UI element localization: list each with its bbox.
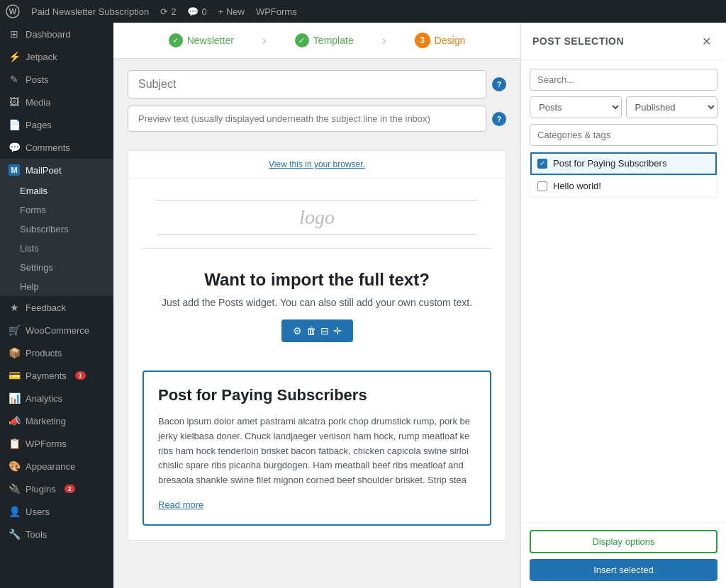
template-label: Template bbox=[313, 35, 354, 46]
sidebar-item-jetpack[interactable]: ⚡ Jetpack bbox=[0, 45, 113, 68]
step-template[interactable]: ✓ Template bbox=[295, 33, 354, 47]
admin-bar: W Paid Newsletter Subscription ⟳ 2 💬 0 +… bbox=[0, 0, 726, 23]
step-design[interactable]: 3 Design bbox=[415, 33, 466, 48]
sidebar-item-dashboard[interactable]: ⊞ Dashboard bbox=[0, 23, 113, 45]
new-link[interactable]: + New bbox=[218, 6, 245, 17]
sidebar-item-payments[interactable]: 💳 Payments 1 bbox=[0, 364, 113, 387]
post-item-label-2: Hello world! bbox=[553, 181, 601, 191]
wpforms-nav-icon: 📋 bbox=[9, 438, 20, 449]
import-title: Want to import the full text? bbox=[143, 270, 491, 290]
categories-input[interactable] bbox=[530, 124, 717, 146]
step-divider-1: › bbox=[262, 33, 267, 48]
plugins-badge: 2 bbox=[65, 485, 75, 493]
post-list-item[interactable]: Hello world! bbox=[530, 175, 717, 197]
users-icon: 👤 bbox=[9, 506, 20, 517]
sidebar-item-feedback[interactable]: ★ Feedback bbox=[0, 296, 113, 319]
editor-panel: ✓ Newsletter › ✓ Template › 3 Design bbox=[113, 23, 520, 588]
sidebar-item-plugins[interactable]: 🔌 Plugins 2 bbox=[0, 477, 113, 500]
preview-text-row: ? bbox=[128, 106, 506, 132]
sidebar-item-marketing[interactable]: 📣 Marketing bbox=[0, 409, 113, 432]
sidebar-item-emails[interactable]: Emails bbox=[0, 181, 113, 200]
dashboard-icon: ⊞ bbox=[9, 28, 20, 40]
products-icon: 📦 bbox=[9, 347, 20, 358]
panel-title: POST SELECTION bbox=[532, 35, 624, 47]
sidebar-item-comments[interactable]: 💬 Comments bbox=[0, 136, 113, 159]
post-selection-panel: POST SELECTION ✕ Posts Pages Published D… bbox=[520, 23, 726, 588]
post-item-label-1: Post for Paying Subscribers bbox=[553, 158, 666, 169]
wp-logo-icon: W bbox=[6, 4, 20, 18]
payments-icon: 💳 bbox=[9, 370, 20, 381]
sidebar-item-pages[interactable]: 📄 Pages bbox=[0, 113, 113, 136]
newsletter-check-icon: ✓ bbox=[169, 33, 183, 47]
payments-badge: 1 bbox=[75, 371, 86, 380]
post-list: ✓ Post for Paying Subscribers Hello worl… bbox=[530, 152, 717, 198]
email-preview: View this in your browser. logo Want to … bbox=[128, 150, 506, 541]
mailpoet-submenu: Emails Forms Subscribers Lists Settings … bbox=[0, 181, 113, 296]
sidebar-item-media[interactable]: 🖼 Media bbox=[0, 91, 113, 113]
post-card-excerpt: Bacon ipsum dolor amet pastrami alcatra … bbox=[158, 414, 476, 488]
post-card: Post for Paying Subscribers Bacon ipsum … bbox=[143, 371, 491, 526]
comments-icon: 💬 bbox=[187, 6, 199, 17]
updates-icon: ⟳ bbox=[160, 6, 168, 17]
move-tool-icon[interactable]: ✛ bbox=[333, 325, 342, 337]
sidebar-item-appearance[interactable]: 🎨 Appearance bbox=[0, 455, 113, 477]
insert-selected-button[interactable]: Insert selected bbox=[530, 559, 717, 581]
site-name[interactable]: Paid Newsletter Subscription bbox=[31, 6, 149, 17]
jetpack-icon: ⚡ bbox=[9, 51, 20, 62]
subject-help-icon[interactable]: ? bbox=[492, 77, 506, 91]
step-newsletter[interactable]: ✓ Newsletter bbox=[169, 33, 234, 47]
post-checkbox-2[interactable] bbox=[537, 181, 547, 191]
sidebar-item-products[interactable]: 📦 Products bbox=[0, 341, 113, 364]
delete-tool-icon[interactable]: 🗑 bbox=[306, 325, 316, 337]
post-checkbox-1[interactable]: ✓ bbox=[537, 159, 547, 169]
filter-row: Posts Pages Published Draft All bbox=[530, 96, 717, 118]
comments-nav-icon: 💬 bbox=[9, 142, 20, 153]
subject-input[interactable] bbox=[128, 70, 486, 98]
settings-tool-icon[interactable]: ⚙ bbox=[293, 325, 302, 337]
sidebar-item-tools[interactable]: 🔧 Tools bbox=[0, 523, 113, 545]
wizard-steps: ✓ Newsletter › ✓ Template › 3 Design bbox=[113, 23, 520, 59]
logo-text: logo bbox=[299, 206, 335, 228]
sidebar-item-subscribers[interactable]: Subscribers bbox=[0, 220, 113, 239]
duplicate-tool-icon[interactable]: ⊟ bbox=[320, 325, 329, 337]
import-block: Want to import the full text? Just add t… bbox=[128, 249, 506, 363]
tools-icon: 🔧 bbox=[9, 528, 20, 540]
wp-logo-link[interactable]: W bbox=[6, 4, 20, 18]
sidebar-item-users[interactable]: 👤 Users bbox=[0, 500, 113, 523]
post-list-item[interactable]: ✓ Post for Paying Subscribers bbox=[530, 152, 717, 175]
post-type-select[interactable]: Posts Pages bbox=[530, 96, 622, 118]
wpforms-link[interactable]: WPForms bbox=[256, 6, 297, 17]
mailpoet-icon: M bbox=[9, 164, 20, 176]
panel-header: POST SELECTION ✕ bbox=[521, 23, 726, 60]
template-check-icon: ✓ bbox=[295, 33, 309, 47]
import-subtitle: Just add the Posts widget. You can also … bbox=[143, 297, 491, 308]
sidebar-item-help[interactable]: Help bbox=[0, 277, 113, 296]
post-search-input[interactable] bbox=[530, 69, 717, 91]
browser-link[interactable]: View this in your browser. bbox=[128, 151, 506, 179]
pages-icon: 📄 bbox=[9, 119, 20, 130]
comments-link[interactable]: 💬 0 bbox=[187, 6, 206, 17]
marketing-icon: 📣 bbox=[9, 415, 20, 426]
close-panel-button[interactable]: ✕ bbox=[698, 33, 715, 50]
sidebar-item-settings[interactable]: Settings bbox=[0, 258, 113, 277]
post-status-select[interactable]: Published Draft All bbox=[626, 96, 718, 118]
media-icon: 🖼 bbox=[9, 96, 20, 108]
sidebar-item-posts[interactable]: ✎ Posts bbox=[0, 68, 113, 91]
sidebar-item-woocommerce[interactable]: 🛒 WooCommerce bbox=[0, 319, 113, 341]
svg-text:W: W bbox=[9, 7, 17, 16]
plugins-icon: 🔌 bbox=[9, 483, 20, 494]
sidebar-item-wpforms[interactable]: 📋 WPForms bbox=[0, 432, 113, 455]
display-options-button[interactable]: Display options bbox=[530, 530, 717, 553]
read-more-link[interactable]: Read more bbox=[158, 499, 203, 510]
sidebar-item-analytics[interactable]: 📊 Analytics bbox=[0, 387, 113, 409]
sidebar-item-lists[interactable]: Lists bbox=[0, 239, 113, 258]
preview-text-input[interactable] bbox=[128, 106, 486, 132]
posts-icon: ✎ bbox=[9, 74, 20, 85]
preview-help-icon[interactable]: ? bbox=[492, 112, 506, 126]
appearance-icon: 🎨 bbox=[9, 460, 20, 472]
analytics-icon: 📊 bbox=[9, 392, 20, 404]
sidebar-item-forms[interactable]: Forms bbox=[0, 200, 113, 220]
updates-link[interactable]: ⟳ 2 bbox=[160, 6, 176, 17]
sidebar-item-mailpoet[interactable]: M MailPoet bbox=[0, 159, 113, 181]
widget-tools: ⚙ 🗑 ⊟ ✛ bbox=[281, 320, 353, 342]
